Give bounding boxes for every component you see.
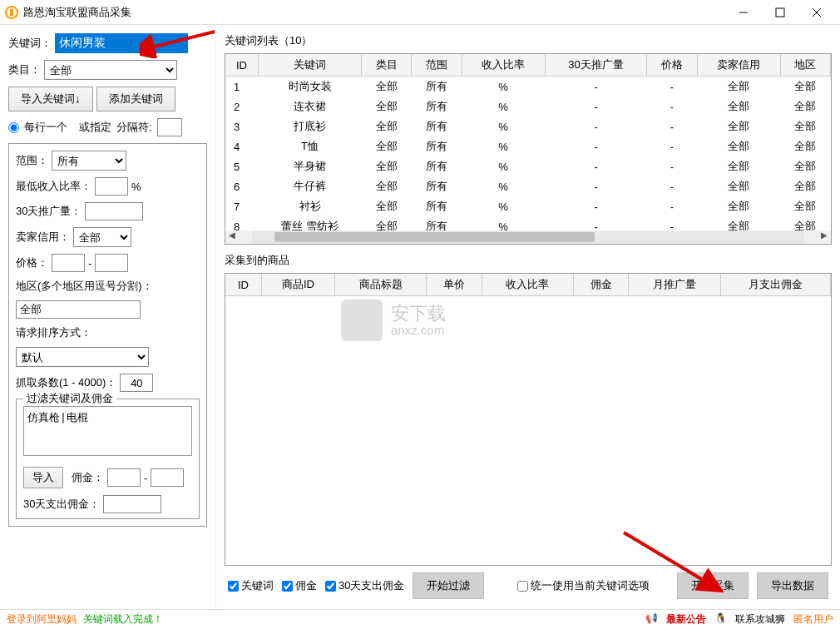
range-select[interactable]: 所有: [52, 151, 126, 171]
column-header[interactable]: 佣金: [573, 274, 628, 296]
filter-legend: 过滤关键词及佣金: [23, 391, 116, 406]
column-header[interactable]: 卖家信用: [697, 54, 780, 77]
add-keyword-button[interactable]: 添加关键词: [96, 87, 175, 111]
sort-select[interactable]: 默认: [16, 347, 149, 367]
price-label: 价格：: [16, 255, 48, 270]
column-header[interactable]: 范围: [412, 54, 462, 77]
scroll-thumb[interactable]: [274, 232, 595, 242]
left-panel: 关键词： 休闲男装 类目： 全部 导入关键词↓ 添加关键词 每行一个 或指定 分…: [0, 25, 216, 609]
monthpay-input[interactable]: [103, 495, 161, 513]
chk-monthpay[interactable]: [325, 581, 336, 592]
column-header[interactable]: 地区: [780, 54, 830, 77]
column-header[interactable]: ID: [225, 274, 261, 296]
column-header[interactable]: 收入比率: [462, 54, 545, 77]
table-row[interactable]: 3打底衫全部所有%--全部全部: [225, 116, 831, 136]
table-row[interactable]: 6牛仔裤全部所有%--全部全部: [225, 176, 831, 196]
right-panel: 关键词列表（10） ID关键词类目范围收入比率30天推广量价格卖家信用地区 1时…: [216, 25, 840, 609]
contact-icon: 🐧: [714, 612, 727, 627]
maximize-button[interactable]: [762, 1, 798, 24]
commission-to-input[interactable]: [151, 468, 184, 487]
start-filter-button[interactable]: 开始过滤: [413, 572, 484, 599]
column-header[interactable]: 关键词: [258, 54, 361, 77]
chk-usecurrent[interactable]: [517, 581, 528, 592]
keyword-label: 关键词：: [8, 36, 52, 51]
seller-credit-label: 卖家信用：: [16, 230, 70, 245]
perline-label: 每行一个: [24, 120, 67, 135]
keyword-input[interactable]: 休闲男装: [55, 33, 188, 53]
keyword-list-title: 关键词列表（10）: [225, 33, 832, 48]
column-header[interactable]: 类目: [362, 54, 412, 77]
table-row[interactable]: 4T恤全部所有%--全部全部: [225, 136, 831, 156]
sort-label: 请求排序方式：: [16, 326, 91, 339]
svg-rect-1: [776, 8, 784, 17]
count-input[interactable]: [120, 374, 153, 392]
monthpay-label: 30天支出佣金：: [23, 497, 100, 512]
minimize-button[interactable]: [725, 1, 762, 24]
status-message: 关键词载入完成！: [83, 612, 163, 627]
table-row[interactable]: 2连衣裙全部所有%--全部全部: [225, 97, 831, 116]
scroll-left-icon[interactable]: ◀: [225, 230, 239, 244]
range-label: 范围：: [16, 153, 48, 168]
price-to-input[interactable]: [95, 254, 128, 272]
percent-label: %: [131, 181, 141, 193]
category-select[interactable]: 全部: [44, 60, 177, 80]
min-income-input[interactable]: [95, 177, 128, 196]
region-input[interactable]: [16, 300, 141, 319]
perline-radio[interactable]: [8, 122, 19, 133]
column-header[interactable]: 月支出佣金: [720, 274, 831, 296]
column-header[interactable]: ID: [225, 54, 258, 77]
table-row[interactable]: 7衬衫全部所有%--全部全部: [225, 196, 831, 216]
bottom-bar: 关键词 佣金 30天支出佣金 开始过滤 统一使用当前关键词选项 开始采集 导出数…: [225, 566, 832, 606]
keyword-hscroll[interactable]: ◀ ▶: [225, 230, 831, 244]
column-header[interactable]: 月推广量: [629, 274, 720, 296]
column-header[interactable]: 30天推广量: [545, 54, 647, 77]
specify-label: 或指定: [79, 120, 111, 135]
seller-credit-select[interactable]: 全部: [73, 227, 131, 247]
column-header[interactable]: 商品标题: [335, 274, 427, 296]
separator-label: 分隔符:: [116, 120, 152, 135]
import-filter-button[interactable]: 导入: [23, 467, 63, 488]
filter-textarea[interactable]: [23, 406, 192, 456]
separator-input[interactable]: [157, 118, 182, 136]
column-header[interactable]: 单价: [427, 274, 482, 296]
commission-label: 佣金：: [72, 470, 104, 485]
close-button[interactable]: [798, 1, 835, 24]
news-icon: 📢: [645, 612, 658, 627]
count-label: 抓取条数(1 - 4000)：: [16, 375, 116, 390]
promote30-input[interactable]: [85, 202, 143, 220]
product-grid[interactable]: ID商品ID商品标题单价收入比率佣金月推广量月支出佣金: [225, 273, 832, 566]
table-row[interactable]: 5半身裙全部所有%--全部全部: [225, 156, 831, 176]
region-label: 地区(多个地区用逗号分割)：: [16, 280, 153, 292]
title-bar: 路恩淘宝联盟商品采集: [0, 0, 840, 25]
news-link[interactable]: 最新公告: [666, 612, 706, 627]
import-keywords-button[interactable]: 导入关键词↓: [8, 87, 93, 111]
commission-from-input[interactable]: [107, 468, 141, 487]
promote30-label: 30天推广量：: [16, 204, 82, 219]
column-header[interactable]: 收入比率: [482, 274, 573, 296]
app-icon: [5, 6, 18, 19]
anon-user: 匿名用户: [793, 612, 833, 627]
start-collect-button[interactable]: 开始采集: [677, 572, 749, 599]
column-header[interactable]: 价格: [647, 54, 697, 77]
category-label: 类目：: [8, 62, 41, 77]
contact-link[interactable]: 联系攻城狮: [735, 612, 785, 627]
column-header[interactable]: 商品ID: [261, 274, 334, 296]
min-income-label: 最低收入比率：: [16, 179, 91, 194]
window-title: 路恩淘宝联盟商品采集: [23, 5, 725, 20]
table-row[interactable]: 1时尚女装全部所有%--全部全部: [225, 77, 831, 97]
product-list-title: 采集到的商品: [225, 253, 832, 268]
chk-commission[interactable]: [282, 581, 293, 592]
scroll-right-icon[interactable]: ▶: [818, 230, 831, 244]
export-data-button[interactable]: 导出数据: [757, 572, 828, 599]
price-from-input[interactable]: [52, 254, 85, 272]
keyword-grid[interactable]: ID关键词类目范围收入比率30天推广量价格卖家信用地区 1时尚女装全部所有%--…: [225, 53, 832, 245]
login-link[interactable]: 登录到阿里妈妈: [7, 612, 77, 627]
chk-keyword[interactable]: [228, 581, 239, 592]
status-bar: 登录到阿里妈妈 关键词载入完成！ 📢 最新公告 🐧 联系攻城狮 匿名用户: [0, 609, 840, 629]
